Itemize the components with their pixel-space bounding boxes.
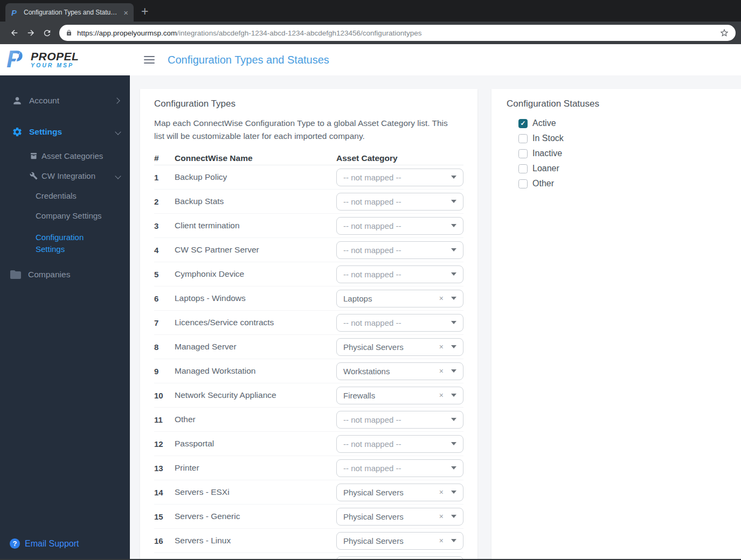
row-connectwise-name: Passportal	[175, 439, 336, 449]
asset-category-dropdown[interactable]: Physical Servers ×	[336, 484, 463, 501]
clear-icon[interactable]: ×	[439, 391, 444, 399]
logo-line2: YOUR MSP	[31, 62, 79, 69]
bookmark-star-icon[interactable]	[719, 28, 729, 38]
sidebar-item-configuration-settings[interactable]: Configuration Settings	[0, 232, 97, 255]
new-tab-button[interactable]: +	[141, 4, 148, 19]
chevron-down-icon	[451, 539, 456, 542]
clear-icon[interactable]: ×	[439, 295, 444, 302]
url-text: https://app.propelyourmsp.com/integratio…	[77, 29, 714, 37]
status-checkbox[interactable]: ✓	[518, 119, 528, 128]
archive-box-icon	[30, 152, 38, 160]
asset-category-dropdown[interactable]: Workstations ×	[336, 362, 463, 380]
status-label: Inactive	[532, 149, 562, 158]
asset-category-dropdown[interactable]: -- not mapped --	[336, 193, 463, 211]
row-number: 11	[154, 415, 175, 424]
status-option[interactable]: ✓ Loaner	[518, 163, 731, 174]
asset-category-dropdown[interactable]: Physical Servers ×	[336, 338, 463, 356]
row-number: 6	[154, 294, 175, 303]
propel-logo[interactable]: P PROPEL YOUR MSP	[6, 48, 79, 72]
browser-tab[interactable]: P Configuration Types and Statuses ×	[5, 3, 134, 22]
chevron-down-icon	[451, 272, 456, 276]
dropdown-value: -- not mapped --	[343, 246, 401, 255]
asset-category-dropdown[interactable]: -- not mapped --	[336, 169, 463, 186]
clear-icon[interactable]: ×	[439, 513, 444, 520]
gear-icon	[12, 127, 23, 137]
sidebar-item-label: CW Integration	[41, 171, 95, 180]
clear-icon[interactable]: ×	[439, 488, 444, 496]
forward-button[interactable]	[23, 25, 39, 41]
sidebar-item-account[interactable]: Account	[0, 95, 130, 106]
asset-category-dropdown[interactable]: Laptops ×	[336, 290, 463, 307]
check-icon: ✓	[520, 120, 525, 127]
sidebar-item-settings[interactable]: Settings	[0, 127, 130, 137]
status-label: In Stock	[532, 134, 564, 143]
row-number: 2	[154, 197, 175, 206]
row-connectwise-name: Network Security Appliance	[175, 390, 336, 400]
sidebar-item-cw-integration[interactable]: CW Integration	[0, 171, 130, 180]
chevron-down-icon	[451, 224, 456, 227]
status-checkbox[interactable]: ✓	[518, 134, 528, 143]
status-option[interactable]: ✓ Other	[518, 178, 731, 189]
status-checkbox[interactable]: ✓	[518, 149, 528, 158]
sidebar: Account Settings Asset Categories CW Int…	[0, 75, 130, 560]
table-row: 15 Servers - Generic Physical Servers ×	[154, 505, 463, 529]
asset-category-dropdown[interactable]: -- not mapped --	[336, 265, 463, 283]
status-option[interactable]: ✓ In Stock	[518, 133, 731, 144]
asset-category-dropdown[interactable]: Physical Servers ×	[336, 532, 463, 550]
table-row: 2 Backup Stats -- not mapped --	[154, 190, 463, 214]
row-number: 15	[154, 512, 175, 521]
status-label: Active	[532, 118, 556, 128]
row-number: 1	[154, 173, 175, 182]
url-bar[interactable]: https://app.propelyourmsp.com/integratio…	[59, 25, 736, 41]
asset-category-dropdown[interactable]: -- not mapped --	[336, 314, 463, 332]
table-row: 13 Printer -- not mapped --	[154, 456, 463, 480]
lock-icon	[66, 29, 72, 37]
sidebar-item-company-settings[interactable]: Company Settings	[0, 211, 130, 220]
propel-logo-mark-icon: P	[6, 48, 27, 72]
app-header: P PROPEL YOUR MSP Configuration Types an…	[0, 44, 741, 75]
clear-icon[interactable]: ×	[439, 537, 444, 544]
column-header-number: #	[154, 153, 175, 163]
asset-category-dropdown[interactable]: -- not mapped --	[336, 411, 463, 429]
reload-button[interactable]	[39, 25, 55, 41]
row-connectwise-name: Backup Policy	[175, 172, 336, 182]
menu-hamburger-icon[interactable]	[143, 54, 156, 66]
chevron-down-icon	[451, 248, 456, 251]
dropdown-value: Laptops	[343, 294, 372, 303]
dropdown-value: -- not mapped --	[343, 318, 401, 327]
row-connectwise-name: Managed Workstation	[175, 366, 336, 376]
asset-category-dropdown[interactable]: -- not mapped --	[336, 435, 463, 453]
status-option[interactable]: ✓ Active	[518, 118, 731, 129]
sidebar-item-asset-categories[interactable]: Asset Categories	[0, 151, 130, 160]
asset-category-dropdown[interactable]: -- not mapped --	[336, 459, 463, 477]
chevron-down-icon	[451, 418, 456, 421]
status-checkbox[interactable]: ✓	[518, 179, 528, 188]
tab-close-icon[interactable]: ×	[123, 9, 128, 17]
row-connectwise-name: Managed Server	[175, 342, 336, 352]
asset-category-dropdown[interactable]: Physical Servers ×	[336, 508, 463, 526]
folder-icon	[9, 268, 22, 281]
chevron-down-icon	[451, 394, 456, 397]
logo-line1: PROPEL	[31, 51, 79, 62]
status-checkbox[interactable]: ✓	[518, 164, 528, 173]
row-number: 10	[154, 391, 175, 400]
sidebar-item-label: Credentials	[36, 191, 77, 200]
dropdown-value: -- not mapped --	[343, 439, 401, 449]
sidebar-item-credentials[interactable]: Credentials	[0, 191, 130, 200]
table-row: 4 CW SC Partner Server -- not mapped --	[154, 238, 463, 262]
browser-tab-strip: P Configuration Types and Statuses × +	[0, 0, 741, 22]
email-support-link[interactable]: ? Email Support	[10, 538, 79, 549]
row-number: 4	[154, 246, 175, 255]
dropdown-value: Physical Servers	[343, 536, 404, 545]
dropdown-value: -- not mapped --	[343, 173, 401, 182]
person-icon	[12, 95, 23, 106]
url-host: https://app.propelyourmsp.com	[77, 29, 177, 37]
clear-icon[interactable]: ×	[439, 343, 444, 351]
clear-icon[interactable]: ×	[439, 367, 444, 375]
back-button[interactable]	[6, 25, 23, 41]
asset-category-dropdown[interactable]: -- not mapped --	[336, 241, 463, 259]
status-option[interactable]: ✓ Inactive	[518, 148, 731, 159]
asset-category-dropdown[interactable]: -- not mapped --	[336, 217, 463, 235]
sidebar-item-companies[interactable]: Companies	[0, 268, 130, 281]
asset-category-dropdown[interactable]: Firewalls ×	[336, 387, 463, 404]
